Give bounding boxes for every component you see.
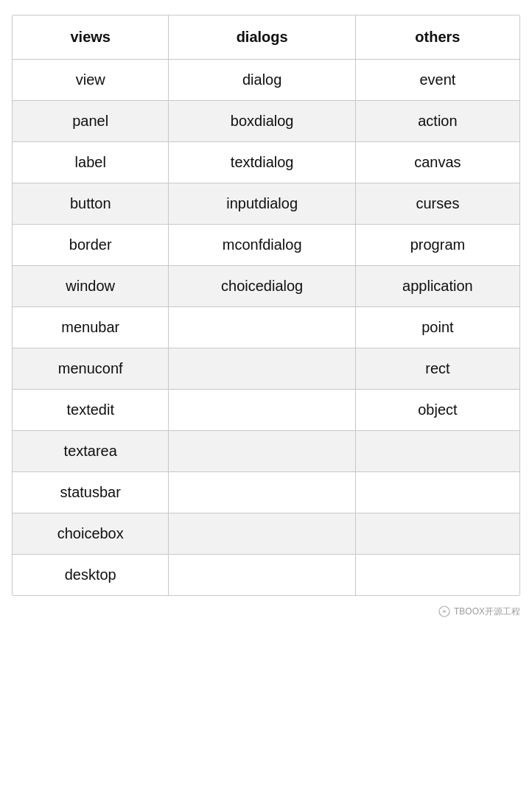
col-header-views: views [13, 15, 169, 60]
table-cell: button [13, 183, 169, 225]
col-header-dialogs: dialogs [169, 15, 355, 60]
table-cell [355, 555, 519, 596]
table-row: menubarpoint [13, 307, 519, 348]
table-cell: choicebox [13, 513, 169, 555]
table-cell: curses [355, 183, 519, 225]
table-cell [355, 513, 519, 555]
watermark-icon [438, 605, 451, 618]
table-cell [169, 307, 355, 348]
table-cell [355, 431, 519, 472]
table-cell: border [13, 225, 169, 266]
table-row: labeltextdialogcanvas [13, 142, 519, 183]
table-row: windowchoicedialogapplication [13, 266, 519, 307]
table-cell: inputdialog [169, 183, 355, 225]
table-row: desktop [13, 555, 519, 596]
table-row: choicebox [13, 513, 519, 555]
table-header-row: views dialogs others [13, 15, 519, 60]
table-cell: event [355, 60, 519, 101]
watermark: TBOOX开源工程 [12, 605, 520, 618]
table-cell: view [13, 60, 169, 101]
table-cell [169, 431, 355, 472]
table-cell [169, 390, 355, 431]
table-cell [169, 472, 355, 513]
table-cell [169, 513, 355, 555]
table-cell: label [13, 142, 169, 183]
table-row: texteditobject [13, 390, 519, 431]
table-cell: menuconf [13, 348, 169, 390]
table-row: textarea [13, 431, 519, 472]
table-cell: choicedialog [169, 266, 355, 307]
table-cell: boxdialog [169, 101, 355, 142]
table-cell: application [355, 266, 519, 307]
table-cell: point [355, 307, 519, 348]
table-cell: object [355, 390, 519, 431]
table-cell: window [13, 266, 169, 307]
table-cell: rect [355, 348, 519, 390]
table-cell [355, 472, 519, 513]
table-row: panelboxdialogaction [13, 101, 519, 142]
table-cell: mconfdialog [169, 225, 355, 266]
table-row: buttoninputdialogcurses [13, 183, 519, 225]
table-cell: canvas [355, 142, 519, 183]
table-row: viewdialogevent [13, 60, 519, 101]
table-cell: program [355, 225, 519, 266]
table-cell: textedit [13, 390, 169, 431]
data-table: views dialogs others viewdialogeventpane… [13, 15, 519, 595]
table-cell: statusbar [13, 472, 169, 513]
table-cell: action [355, 101, 519, 142]
table-cell [169, 555, 355, 596]
table-cell: menubar [13, 307, 169, 348]
table-cell: desktop [13, 555, 169, 596]
table-cell [169, 348, 355, 390]
watermark-text: TBOOX开源工程 [454, 606, 520, 618]
table-cell: textdialog [169, 142, 355, 183]
col-header-others: others [355, 15, 519, 60]
table-row: statusbar [13, 472, 519, 513]
table-row: bordermconfdialogprogram [13, 225, 519, 266]
table-cell: dialog [169, 60, 355, 101]
main-table-container: views dialogs others viewdialogeventpane… [12, 15, 520, 596]
table-cell: panel [13, 101, 169, 142]
table-cell: textarea [13, 431, 169, 472]
table-row: menuconfrect [13, 348, 519, 390]
